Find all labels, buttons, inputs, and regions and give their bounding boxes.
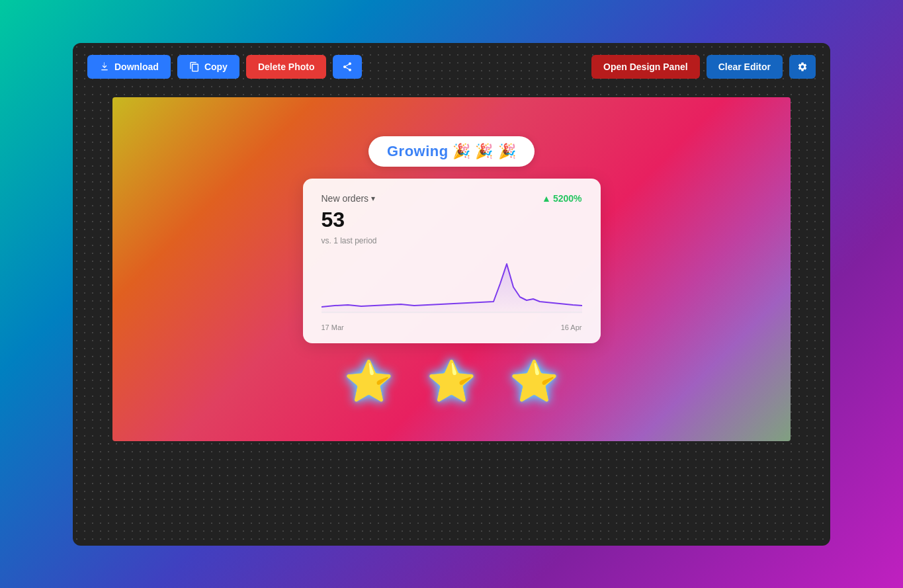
canvas-area: Growing 🎉 🎉 🎉 New orders ▾ ▲ 5200% 53 vs…	[112, 97, 791, 441]
download-button[interactable]: Download	[87, 55, 171, 79]
chart-growth: ▲ 5200%	[542, 193, 581, 204]
chart-dates: 17 Mar 16 Apr	[322, 323, 582, 331]
chart-header: New orders ▾ ▲ 5200%	[322, 193, 582, 204]
clear-editor-button[interactable]: Clear Editor	[707, 55, 783, 79]
star-3: ⭐	[509, 362, 559, 401]
chart-number: 53	[322, 208, 345, 232]
share-icon	[342, 62, 353, 72]
settings-icon	[797, 62, 808, 72]
open-design-panel-button[interactable]: Open Design Panel	[591, 55, 700, 79]
chart-label: New orders ▾	[322, 193, 376, 204]
chart-sub: vs. 1 last period	[322, 236, 582, 245]
toolbar: Download Copy Delete Photo Open Design P…	[73, 43, 830, 91]
share-button[interactable]	[333, 55, 362, 79]
download-icon	[99, 62, 110, 72]
stars-row: ⭐ ⭐ ⭐	[344, 362, 559, 401]
settings-button[interactable]	[789, 55, 816, 79]
metric-row: 53	[322, 208, 582, 233]
growing-badge: Growing 🎉 🎉 🎉	[368, 136, 535, 167]
delete-photo-button[interactable]: Delete Photo	[246, 55, 327, 79]
up-arrow-icon: ▲	[542, 193, 551, 204]
star-1: ⭐	[344, 362, 394, 401]
copy-icon	[189, 62, 200, 72]
chart-svg	[322, 257, 582, 317]
chart-card: New orders ▾ ▲ 5200% 53 vs. 1 last perio…	[303, 179, 601, 343]
star-2: ⭐	[427, 362, 476, 401]
copy-button[interactable]: Copy	[177, 55, 239, 79]
app-window: Download Copy Delete Photo Open Design P…	[73, 43, 830, 546]
dropdown-chevron[interactable]: ▾	[371, 194, 375, 203]
